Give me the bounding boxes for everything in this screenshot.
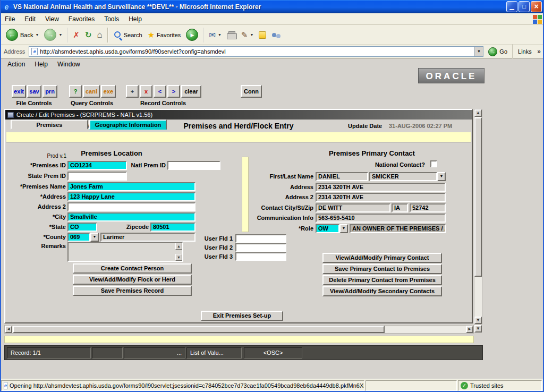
view-add-modify-flock-button[interactable]: View/Add/Modify Flock or Herd <box>73 275 192 285</box>
create-contact-person-button[interactable]: Create Contact Person <box>73 263 192 274</box>
list-of-values-cell: List of Valu... <box>186 347 242 359</box>
applet-add-record-button[interactable]: + <box>126 85 139 98</box>
contact-state-field[interactable]: IA <box>392 203 408 212</box>
applet-previous-record-button[interactable]: < <box>154 85 166 98</box>
role-label: *Role <box>231 225 313 233</box>
communication-info-field[interactable]: 563-659-5410 <box>316 214 446 223</box>
mail-button[interactable]: ✉ ▼ <box>206 29 224 40</box>
links-button[interactable]: Links <box>515 47 534 56</box>
county-dropdown-icon[interactable]: ▼ <box>90 233 99 242</box>
county-code-field[interactable]: 069 <box>67 233 90 242</box>
national-contact-checkbox[interactable] <box>430 160 437 167</box>
remarks-scroll-up-icon[interactable]: ▲ <box>175 243 182 250</box>
scroll-down-icon[interactable]: ▼ <box>474 317 482 324</box>
role-code-field[interactable]: OW <box>316 224 339 233</box>
first-name-field[interactable]: DANIEL <box>316 172 368 181</box>
applet-menu-action[interactable]: Action <box>7 61 25 68</box>
edit-button[interactable]: ✎ ▼ <box>239 29 257 40</box>
contact-city-field[interactable]: DE WITT <box>316 203 390 212</box>
user-fld2-field[interactable] <box>235 243 286 252</box>
address-dropdown-icon[interactable]: ▼ <box>474 47 483 56</box>
horizontal-scroll-thumb[interactable] <box>13 326 385 333</box>
menu-help[interactable]: Help <box>124 14 147 24</box>
tab-geographic-information[interactable]: Geographic Information <box>89 120 167 130</box>
go-button[interactable]: → Go <box>486 46 510 58</box>
save-premises-record-button[interactable]: Save Premises Record <box>73 286 192 296</box>
state-field[interactable]: CO <box>67 223 97 232</box>
contact-address2-field[interactable]: 2314 320TH AVE <box>316 193 446 202</box>
vertical-scroll-thumb[interactable] <box>474 117 482 277</box>
home-button[interactable]: ⌂ <box>95 29 105 41</box>
stop-button[interactable]: ✗ <box>70 29 82 40</box>
zipcode-field[interactable]: 80501 <box>150 223 196 232</box>
premises-name-field[interactable]: Jones Farm <box>67 182 196 191</box>
links-label: Links <box>518 48 532 55</box>
user-fld1-field[interactable] <box>235 234 286 243</box>
applet-menu-window[interactable]: Window <box>57 61 80 68</box>
contact-address-field[interactable]: 2314 320TH AVE <box>316 183 446 192</box>
applet-menu-help[interactable]: Help <box>35 61 48 68</box>
form-window: Create / Edit Premises - (SCRPREMS - NAT… <box>4 109 473 323</box>
last-name-field[interactable]: SMICKER <box>369 172 437 181</box>
exit-premises-setup-button[interactable]: Exit Premises Set-up <box>201 311 283 321</box>
scroll-left-icon[interactable]: ◄ <box>5 326 12 333</box>
applet-conn-button[interactable]: Conn <box>241 85 262 98</box>
menu-file[interactable]: File <box>0 14 20 24</box>
links-chevron-icon[interactable]: » <box>537 48 541 55</box>
applet-query-button[interactable]: ? <box>69 85 82 98</box>
applet-save-button[interactable]: sav <box>27 85 41 98</box>
premises-primary-contact-title: Premises Primary Contact <box>303 149 441 157</box>
address-input[interactable]: e http://ahsmdevtest.aphis.usda.gov/form… <box>29 46 483 57</box>
menu-edit[interactable]: Edit <box>20 14 40 24</box>
role-dropdown-icon[interactable]: ▼ <box>339 224 348 233</box>
save-primary-contact-button[interactable]: Save Primary Contact to Premises <box>322 264 442 274</box>
media-button[interactable]: ▶ <box>183 27 201 42</box>
delete-primary-contact-button[interactable]: Delete Primary Contact from Premises <box>322 275 442 285</box>
maximize-button[interactable]: □ <box>518 1 530 12</box>
user-fld3-field[interactable] <box>235 252 286 261</box>
applet-next-record-button[interactable]: > <box>167 85 180 98</box>
toolbar-separator <box>203 28 204 42</box>
horizontal-scrollbar[interactable]: ◄ ► <box>4 325 474 334</box>
refresh-button[interactable]: ↻ <box>82 29 95 40</box>
applet-clear-button[interactable]: clear <box>181 85 201 98</box>
search-button[interactable]: Search <box>110 29 145 41</box>
role-description-field[interactable]: AN OWNER OF THE PREMISES / AI <box>350 224 446 233</box>
discuss-button[interactable] <box>269 29 284 41</box>
natl-prem-id-field[interactable] <box>167 161 220 170</box>
contact-dropdown-icon[interactable]: ▼ <box>437 172 446 181</box>
city-field[interactable]: Smallville <box>67 212 196 221</box>
scroll-up-icon[interactable]: ▲ <box>474 109 482 117</box>
menu-view[interactable]: View <box>40 14 64 24</box>
favorites-button[interactable]: ★ Favorites <box>145 29 184 40</box>
address-field[interactable]: 123 Happy Lane <box>67 192 196 201</box>
close-button[interactable]: × <box>531 1 542 12</box>
remarks-field[interactable]: ▲ ▼ <box>67 242 183 262</box>
forward-button[interactable]: → ▼ <box>41 27 65 42</box>
contact-address-label: Address <box>231 184 313 191</box>
applet-delete-record-button[interactable]: x <box>140 85 152 98</box>
minimize-button[interactable]: ▁ <box>506 1 517 12</box>
messenger-button[interactable] <box>256 30 269 40</box>
applet-print-button[interactable]: prn <box>42 85 57 98</box>
view-add-modify-primary-contact-button[interactable]: View/Add/Modify Primary Contact <box>322 253 442 263</box>
scroll-right-icon[interactable]: ► <box>466 326 473 333</box>
applet-execute-query-button[interactable]: exe <box>101 85 116 98</box>
state-prem-id-field[interactable] <box>67 172 127 181</box>
tab-premises[interactable]: Premises <box>11 120 88 130</box>
back-button[interactable]: ← Back ▼ <box>3 27 41 42</box>
form-window-titlebar[interactable]: Create / Edit Premises - (SCRPREMS - NAT… <box>5 110 472 120</box>
corner-scroll-down-icon[interactable]: ▼ <box>474 325 482 333</box>
vertical-scrollbar[interactable]: ▲ ▼ <box>474 109 482 325</box>
print-button[interactable] <box>224 30 239 40</box>
view-add-modify-secondary-contacts-button[interactable]: View/Add/Modify Secondary Contacts <box>322 286 442 296</box>
premises-id-field[interactable]: CO1234 <box>67 161 127 170</box>
address2-field[interactable] <box>67 202 196 211</box>
county-name-field[interactable]: Larimer <box>100 233 196 242</box>
menu-favorites[interactable]: Favorites <box>64 14 99 24</box>
applet-cancel-query-button[interactable]: canl <box>83 85 100 98</box>
applet-exit-button[interactable]: exit <box>12 85 26 98</box>
remarks-scroll-down-icon[interactable]: ▼ <box>175 254 182 261</box>
contact-zip-field[interactable]: 52742 <box>410 203 446 212</box>
menu-tools[interactable]: Tools <box>99 14 124 24</box>
